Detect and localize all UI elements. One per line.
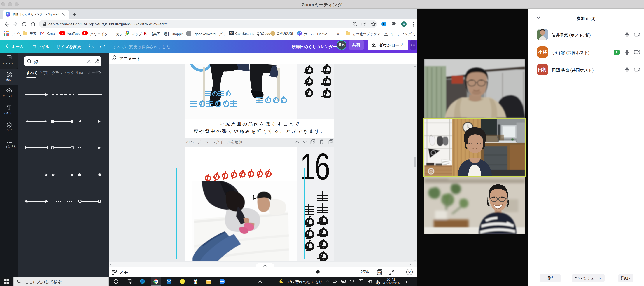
svg-text:co.: co. [8,124,10,126]
svg-text:40: 40 [378,271,381,274]
svg-text:C: C [298,31,301,35]
svg-text:C: C [7,12,10,16]
